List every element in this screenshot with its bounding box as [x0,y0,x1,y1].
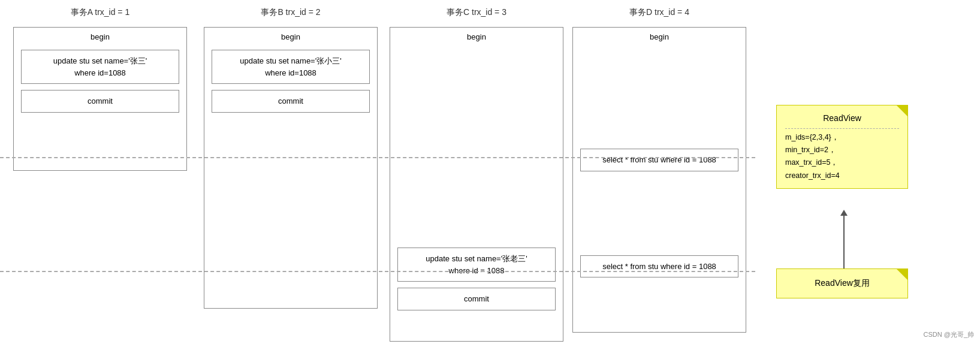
readview-separator [785,128,899,129]
col-b-update: update stu set name='张小三'where id=1088 [212,50,370,84]
header-col-c: 事务C trx_id = 3 [390,7,563,18]
dashed-line-2 [0,271,755,272]
readview-line1: m_ids={2,3,4}， [785,131,899,144]
diagram: 事务A trx_id = 1 事务B trx_id = 2 事务C trx_id… [0,0,980,344]
arrow-up [840,210,848,273]
readview-line4: creator_trx_id=4 [785,170,899,182]
col-b-box: begin update stu set name='张小三'where id=… [204,27,378,309]
col-c-update: update stu set name='张老三'where id = 1088 [397,248,556,282]
col-c-box: begin update stu set name='张老三'where id … [390,27,563,342]
dashed-line-1 [0,157,755,158]
col-c-begin: begin [390,28,563,44]
col-a-box: begin update stu set name='张三'where id=1… [13,27,187,171]
col-d-begin: begin [573,28,746,44]
header-col-b: 事务B trx_id = 2 [204,7,378,18]
col-b-commit: commit [212,90,370,113]
readview-reuse-label: ReadView复用 [815,276,870,291]
header-col-a: 事务A trx_id = 1 [13,7,187,18]
watermark: CSDN @光哥_帅 [923,330,974,339]
col-b-begin: begin [204,28,377,44]
col-d-select1: select * from stu where id = 1088 [580,149,738,171]
col-d-select2: select * from stu where id = 1088 [580,255,738,278]
readview-reuse-note: ReadView复用 [776,268,908,298]
readview-note: ReadView m_ids={2,3,4}， min_trx_id=2， ma… [776,105,908,189]
col-a-update: update stu set name='张三'where id=1088 [21,50,179,84]
readview-line2: min_trx_id=2， [785,144,899,156]
arrow-line [843,216,845,273]
col-a-commit: commit [21,90,179,113]
arrow-head-up [840,210,848,216]
col-a-begin: begin [14,28,186,44]
col-d-box: begin select * from stu where id = 1088 … [572,27,746,333]
readview-line3: max_trx_id=5， [785,156,899,169]
col-c-commit: commit [397,288,556,310]
readview-title: ReadView [785,111,899,126]
header-col-d: 事务D trx_id = 4 [572,7,746,18]
